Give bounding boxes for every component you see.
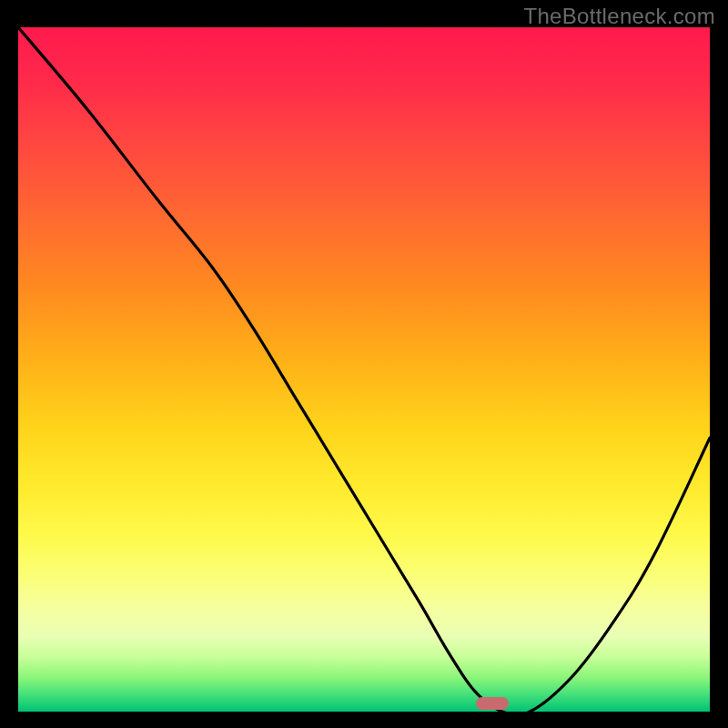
chart-frame: TheBottleneck.com	[0, 0, 728, 728]
watermark-text: TheBottleneck.com	[523, 4, 715, 29]
bottleneck-curve	[18, 27, 710, 712]
optimum-marker	[476, 697, 509, 710]
curve-path	[18, 27, 710, 712]
chart-plot-area	[18, 27, 710, 712]
